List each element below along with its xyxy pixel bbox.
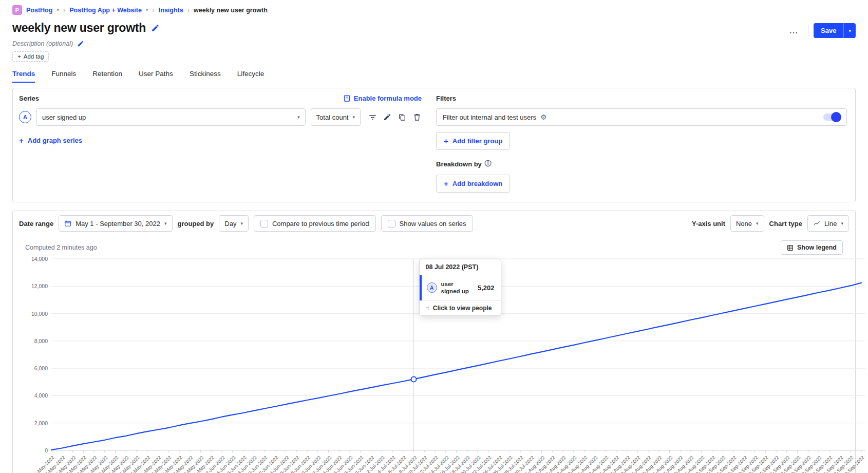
tab-retention[interactable]: Retention xyxy=(92,70,122,83)
chart-type-select[interactable]: Line ▾ xyxy=(807,215,849,232)
plus-icon: + xyxy=(444,137,448,145)
y-axis-labels: 02,0004,0006,0008,00010,00012,00014,000 xyxy=(25,259,48,450)
interval-select[interactable]: Day ▾ xyxy=(219,215,249,232)
description-placeholder: Description (optional) xyxy=(12,40,73,47)
legend-table-icon xyxy=(787,244,794,251)
chevron-down-icon[interactable]: ▾ xyxy=(56,8,59,12)
tab-user-paths[interactable]: User Paths xyxy=(139,70,173,83)
x-axis-labels: 1-May-20223-May-20225-May-20227-May-2022… xyxy=(51,450,865,473)
chevron-down-icon: ▾ xyxy=(352,115,355,120)
event-select-value: user signed up xyxy=(42,113,86,121)
toggle-knob xyxy=(831,112,841,122)
checkbox-icon[interactable] xyxy=(388,220,395,228)
y-axis-unit-select[interactable]: None ▾ xyxy=(730,215,764,232)
breadcrumb-separator: › xyxy=(187,6,190,14)
chevron-down-icon: ▾ xyxy=(164,221,167,226)
compare-label: Compare to previous time period xyxy=(272,220,369,228)
y-axis-tick-label: 2,000 xyxy=(34,420,48,426)
page-title: weekly new user growth xyxy=(12,21,160,35)
chevron-down-icon: ▾ xyxy=(240,221,243,226)
grouped-by-label: grouped by xyxy=(178,220,214,228)
checkbox-icon[interactable] xyxy=(260,220,268,228)
calendar-icon xyxy=(64,220,71,227)
date-range-label: Date range xyxy=(19,220,53,228)
chart-tooltip: 08 Jul 2022 (PST) A user signed up 5,202… xyxy=(419,259,501,316)
interval-value: Day xyxy=(224,220,236,228)
info-icon[interactable]: ⓘ xyxy=(485,159,492,168)
tooltip-view-people[interactable]: ☝ Click to view people xyxy=(420,300,501,315)
computed-timestamp: Computed 2 minutes ago xyxy=(25,244,97,251)
line-chart-icon xyxy=(813,220,820,227)
chevron-down-icon: ▾ xyxy=(756,221,759,226)
plus-icon: + xyxy=(444,179,448,188)
add-tag-button[interactable]: + Add tag xyxy=(12,51,49,62)
test-filter-toggle[interactable] xyxy=(823,113,840,121)
breadcrumb-project[interactable]: PostHog App + Website xyxy=(69,7,142,14)
chart-controls-row: Date range May 1 - September 30, 2022 ▾ … xyxy=(13,211,855,236)
y-axis-tick-label: 14,000 xyxy=(31,256,48,262)
chart-type-value: Line xyxy=(824,220,837,228)
tooltip-series-badge: A xyxy=(427,282,437,293)
test-filter-label: Filter out internal and test users xyxy=(443,113,536,121)
save-button[interactable]: Save ▾ xyxy=(814,23,856,38)
date-range-select[interactable]: May 1 - September 30, 2022 ▾ xyxy=(59,215,172,232)
add-filter-group-button[interactable]: + Add filter group xyxy=(436,132,510,150)
plus-icon: + xyxy=(17,53,21,60)
tab-stickiness[interactable]: Stickiness xyxy=(190,70,221,83)
tab-trends[interactable]: Trends xyxy=(12,70,35,83)
tab-lifecycle[interactable]: Lifecycle xyxy=(237,70,265,83)
series-row: A user signed up ▾ Total count ▾ xyxy=(19,108,422,126)
edit-series-pencil-icon[interactable] xyxy=(383,112,392,122)
breadcrumb-current-page: weekly new user growth xyxy=(194,7,268,14)
edit-title-pencil-icon[interactable] xyxy=(151,24,160,32)
tab-funnels[interactable]: Funnels xyxy=(51,70,76,83)
insight-card: Date range May 1 - September 30, 2022 ▾ … xyxy=(12,211,856,473)
y-axis-tick-label: 8,000 xyxy=(34,338,48,344)
compare-checkbox[interactable]: Compare to previous time period xyxy=(254,215,376,232)
plus-icon: + xyxy=(19,136,24,145)
tooltip-series-name: user signed up xyxy=(441,280,474,295)
trend-chart[interactable]: 02,0004,0006,0008,00010,00012,00014,000 … xyxy=(25,259,843,473)
duplicate-icon[interactable] xyxy=(398,112,407,122)
tooltip-series-accent xyxy=(420,275,422,300)
tooltip-value: 5,202 xyxy=(478,284,495,292)
breadcrumb-separator: › xyxy=(63,6,65,14)
chart-type-label: Chart type xyxy=(769,220,802,228)
more-options-button[interactable]: … xyxy=(785,24,803,37)
series-section-label: Series xyxy=(19,94,39,102)
pointer-hand-icon: ☝ xyxy=(426,305,429,312)
calculator-icon xyxy=(343,94,351,102)
breadcrumb-separator: › xyxy=(152,6,154,14)
page-title-text: weekly new user growth xyxy=(12,21,146,35)
edit-description-pencil-icon[interactable] xyxy=(77,40,84,47)
show-values-checkbox[interactable]: Show values on series xyxy=(381,215,473,232)
math-select[interactable]: Total count ▾ xyxy=(311,108,361,126)
save-button-label[interactable]: Save xyxy=(814,23,843,38)
breadcrumb: P PostHog ▾ › PostHog App + Website ▾ › … xyxy=(0,0,868,17)
series-badge: A xyxy=(19,111,31,123)
filter-icon[interactable] xyxy=(368,112,377,122)
y-axis-unit-value: None xyxy=(736,220,752,228)
gear-icon[interactable]: ⚙ xyxy=(540,113,547,121)
show-legend-button[interactable]: Show legend xyxy=(781,240,843,255)
y-axis-tick-label: 10,000 xyxy=(31,311,48,317)
add-tag-label: Add tag xyxy=(24,53,44,60)
enable-formula-mode-link[interactable]: Enable formula mode xyxy=(343,94,422,102)
breadcrumb-org[interactable]: PostHog xyxy=(26,7,52,14)
delete-trash-icon[interactable] xyxy=(412,112,422,122)
tooltip-date: 08 Jul 2022 (PST) xyxy=(420,259,501,275)
save-dropdown-caret[interactable]: ▾ xyxy=(843,23,856,38)
y-axis-tick-label: 12,000 xyxy=(31,283,48,289)
event-select[interactable]: user signed up ▾ xyxy=(36,108,306,126)
add-graph-series-button[interactable]: + Add graph series xyxy=(19,136,82,145)
date-range-value: May 1 - September 30, 2022 xyxy=(76,220,160,228)
add-breakdown-button[interactable]: + Add breakdown xyxy=(436,175,510,193)
filters-section-label: Filters xyxy=(436,94,456,102)
y-axis-tick-label: 0 xyxy=(45,447,48,453)
breadcrumb-insights[interactable]: Insights xyxy=(159,7,183,14)
test-accounts-filter-row: Filter out internal and test users ⚙ xyxy=(436,108,847,126)
query-panel: Series Enable formula mode A user signed… xyxy=(12,88,856,202)
chevron-down-icon[interactable]: ▾ xyxy=(146,8,148,12)
y-axis-tick-label: 4,000 xyxy=(34,392,48,399)
y-axis-unit-label: Y-axis unit xyxy=(692,220,725,228)
